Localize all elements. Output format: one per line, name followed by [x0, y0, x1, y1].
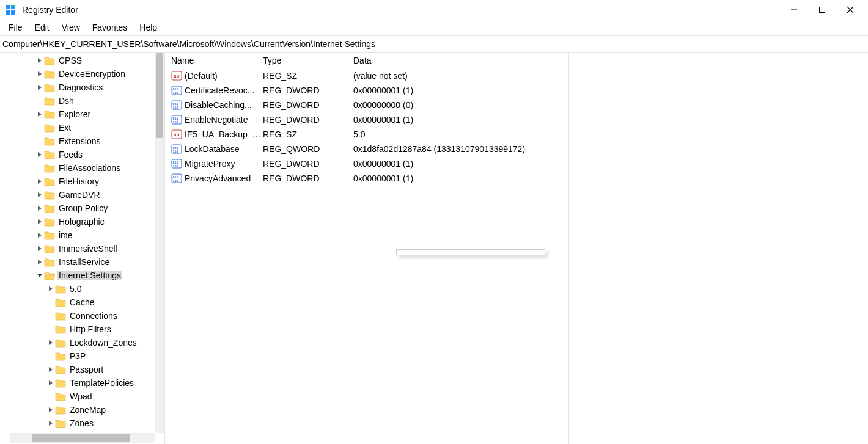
- tree-item-label: FileHistory: [57, 177, 100, 186]
- value-name: IE5_UA_Backup_F...: [185, 129, 263, 139]
- value-row[interactable]: CertificateRevoc...REG_DWORD0x00000001 (…: [165, 83, 868, 98]
- tree-item-label: TemplatePolicies: [68, 378, 135, 388]
- tree-item[interactable]: Explorer: [0, 107, 164, 121]
- value-row[interactable]: DisableCaching...REG_DWORD0x00000000 (0): [165, 98, 868, 112]
- folder-icon: [55, 324, 66, 334]
- chevron-right-icon[interactable]: [35, 244, 44, 253]
- tree-item[interactable]: ime: [0, 228, 164, 242]
- value-data: 0x00000001 (1): [353, 115, 868, 125]
- tree-item[interactable]: InstallService: [0, 255, 164, 269]
- menu-file[interactable]: File: [4, 21, 28, 34]
- tree-item[interactable]: P3P: [0, 349, 164, 363]
- tree-item-label: Dsh: [57, 96, 75, 106]
- chevron-right-icon[interactable]: [46, 338, 55, 347]
- chevron-right-icon[interactable]: [35, 231, 44, 239]
- tree-scroll[interactable]: CPSSDeviceEncryptionDiagnosticsDshExplor…: [0, 53, 164, 433]
- chevron-right-icon[interactable]: [46, 419, 55, 428]
- column-type-header[interactable]: Type: [263, 56, 353, 65]
- tree-item[interactable]: Extensions: [0, 134, 164, 148]
- value-type: REG_DWORD: [263, 159, 353, 169]
- value-name: DisableCaching...: [185, 100, 263, 110]
- menu-edit[interactable]: Edit: [30, 21, 54, 34]
- tree-item-label: Group Policy: [57, 203, 109, 213]
- tree-item-label: Connections: [68, 311, 119, 321]
- context-menu: [396, 249, 545, 255]
- folder-icon: [55, 311, 66, 321]
- tree-item[interactable]: 5.0: [0, 282, 164, 296]
- tree-item[interactable]: Holographic: [0, 215, 164, 228]
- chevron-right-icon[interactable]: [35, 83, 44, 92]
- tree-item[interactable]: FileAssociations: [0, 161, 164, 175]
- chevron-right-icon[interactable]: [35, 217, 44, 226]
- chevron-right-icon[interactable]: [46, 365, 55, 374]
- values-list[interactable]: (Default)REG_SZ(value not set)Certificat…: [165, 68, 868, 186]
- chevron-right-icon[interactable]: [35, 204, 44, 213]
- tree-item-label: ime: [57, 230, 74, 240]
- chevron-right-icon[interactable]: [35, 70, 44, 78]
- tree-item[interactable]: Connections: [0, 309, 164, 322]
- menu-view[interactable]: View: [57, 21, 85, 34]
- svg-rect-3: [11, 10, 15, 15]
- value-data: 0x00000001 (1): [353, 86, 868, 95]
- svg-rect-6: [820, 7, 825, 13]
- tree-item[interactable]: CPSS: [0, 54, 164, 67]
- menu-help[interactable]: Help: [134, 21, 162, 34]
- column-name-header[interactable]: Name: [171, 56, 263, 65]
- value-row[interactable]: EnableNegotiateREG_DWORD0x00000001 (1): [165, 112, 868, 127]
- chevron-right-icon[interactable]: [35, 177, 44, 186]
- tree-item[interactable]: Passport: [0, 363, 164, 376]
- chevron-right-icon[interactable]: [35, 56, 44, 65]
- address-path: Computer\HKEY_CURRENT_USER\Software\Micr…: [2, 39, 375, 49]
- tree-item[interactable]: DeviceEncryption: [0, 67, 164, 81]
- tree-pane: CPSSDeviceEncryptionDiagnosticsDshExplor…: [0, 53, 165, 444]
- window-title: Registry Editor: [22, 5, 78, 15]
- chevron-right-icon[interactable]: [46, 406, 55, 414]
- tree-item-label: FileAssociations: [57, 163, 122, 173]
- address-bar[interactable]: Computer\HKEY_CURRENT_USER\Software\Micr…: [0, 35, 868, 53]
- tree-item[interactable]: TemplatePolicies: [0, 376, 164, 390]
- folder-icon: [55, 418, 66, 428]
- tree-item[interactable]: GameDVR: [0, 188, 164, 202]
- tree-item-label: Lockdown_Zones: [68, 338, 138, 348]
- values-pane-divider[interactable]: [568, 53, 569, 444]
- chevron-right-icon[interactable]: [35, 191, 44, 199]
- chevron-right-icon[interactable]: [35, 150, 44, 159]
- minimize-button[interactable]: [780, 0, 808, 20]
- tree-item[interactable]: Feeds: [0, 148, 164, 161]
- svg-rect-0: [6, 5, 10, 9]
- chevron-down-icon[interactable]: [35, 271, 44, 280]
- tree-item[interactable]: Group Policy: [0, 202, 164, 215]
- reg-string-icon: [171, 71, 182, 81]
- tree-item[interactable]: Http Filters: [0, 322, 164, 336]
- tree-horizontal-scrollbar[interactable]: [10, 433, 155, 443]
- chevron-right-icon[interactable]: [35, 258, 44, 266]
- tree-item[interactable]: ZoneMap: [0, 403, 164, 417]
- tree-item[interactable]: Diagnostics: [0, 81, 164, 94]
- value-name: MigrateProxy: [185, 159, 263, 169]
- tree-item[interactable]: Ext: [0, 121, 164, 134]
- chevron-right-icon[interactable]: [46, 379, 55, 387]
- tree-item[interactable]: Dsh: [0, 94, 164, 107]
- value-row[interactable]: IE5_UA_Backup_F...REG_SZ5.0: [165, 127, 868, 142]
- tree-item[interactable]: FileHistory: [0, 175, 164, 188]
- value-row[interactable]: (Default)REG_SZ(value not set): [165, 68, 868, 83]
- chevron-right-icon[interactable]: [46, 285, 55, 293]
- maximize-button[interactable]: [808, 0, 836, 20]
- column-data-header[interactable]: Data: [353, 56, 868, 65]
- value-row[interactable]: LockDatabaseREG_QWORD0x1d8fa02d1287a84 (…: [165, 142, 868, 156]
- chevron-right-icon[interactable]: [35, 110, 44, 118]
- value-row[interactable]: MigrateProxyREG_DWORD0x00000001 (1): [165, 156, 868, 171]
- folder-icon: [44, 163, 55, 173]
- value-row[interactable]: PrivacyAdvancedREG_DWORD0x00000001 (1): [165, 171, 868, 186]
- tree-item-label: ImmersiveShell: [57, 244, 119, 253]
- tree-item[interactable]: Cache: [0, 296, 164, 309]
- tree-item[interactable]: Lockdown_Zones: [0, 336, 164, 349]
- tree-item[interactable]: Wpad: [0, 390, 164, 403]
- tree-item[interactable]: Zones: [0, 417, 164, 430]
- tree-vertical-scrollbar[interactable]: [155, 53, 164, 433]
- close-button[interactable]: [836, 0, 864, 20]
- menu-favorites[interactable]: Favorites: [87, 21, 133, 34]
- reg-binary-icon: [171, 100, 182, 110]
- tree-item[interactable]: Internet Settings: [0, 269, 164, 282]
- tree-item[interactable]: ImmersiveShell: [0, 242, 164, 255]
